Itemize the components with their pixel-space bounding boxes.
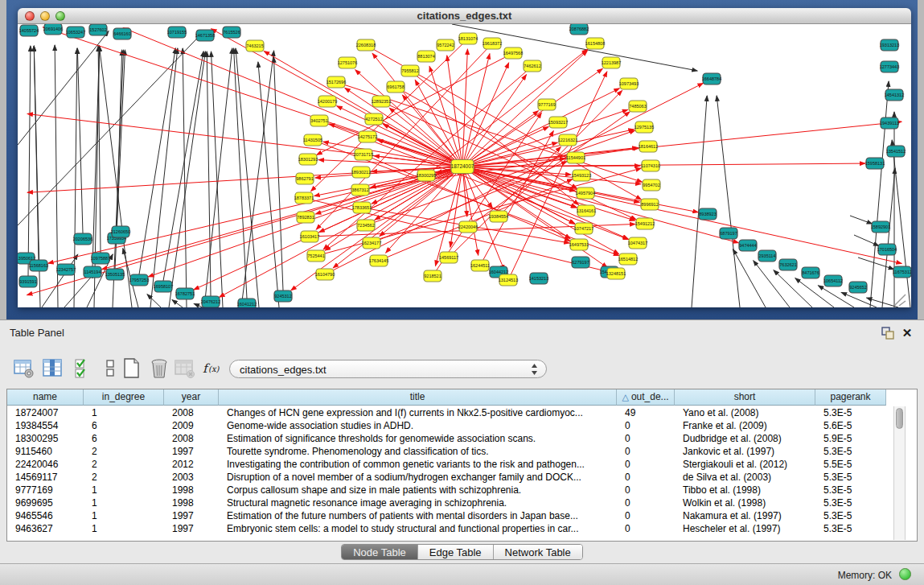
network-node[interactable]: 15892901 bbox=[871, 221, 890, 233]
network-node[interactable]: 19384554 bbox=[489, 211, 508, 222]
network-node[interactable]: 9862791 bbox=[296, 173, 314, 184]
delete-table-icon[interactable] bbox=[174, 357, 196, 380]
scrollbar-thumb[interactable] bbox=[896, 408, 903, 429]
column-header-pagerank[interactable]: pagerank bbox=[815, 389, 886, 406]
network-node[interactable]: 12892351 bbox=[372, 96, 391, 107]
network-canvas[interactable]: 1405572420691406106532471527602646616010… bbox=[18, 24, 911, 307]
network-node[interactable]: 15093217 bbox=[548, 117, 568, 128]
network-node[interactable]: 16103417 bbox=[300, 231, 319, 242]
network-node[interactable]: 18930212 bbox=[351, 167, 371, 178]
network-node[interactable]: 16104790 bbox=[315, 269, 335, 280]
network-node[interactable]: 17016504 bbox=[877, 244, 897, 255]
table-settings-icon[interactable] bbox=[13, 357, 35, 380]
network-node[interactable]: 7234562 bbox=[357, 220, 375, 231]
network-node[interactable]: 6961758 bbox=[387, 81, 405, 93]
network-node[interactable]: 7892831 bbox=[297, 212, 314, 223]
tab-node-table[interactable]: Node Table bbox=[342, 545, 418, 559]
network-node[interactable]: 13124513 bbox=[499, 274, 518, 286]
table-row[interactable]: 946362711997Embryonic stem cells: a mode… bbox=[7, 522, 886, 535]
network-node[interactable]: 22420046 bbox=[458, 221, 478, 233]
network-node[interactable]: 7462612 bbox=[524, 60, 541, 72]
function-builder-icon[interactable]: f(x) bbox=[201, 357, 224, 380]
network-node[interactable]: 16648784 bbox=[702, 73, 721, 84]
network-node[interactable]: 3867312 bbox=[351, 184, 369, 196]
table-row[interactable]: 1830029562008Estimation of significance … bbox=[7, 432, 886, 445]
table-row[interactable]: 911546021997Tourette syndrome. Phenomeno… bbox=[7, 445, 886, 458]
network-node[interactable]: 16782751 bbox=[175, 288, 195, 299]
network-node[interactable]: 19618372 bbox=[483, 38, 502, 49]
network-node[interactable]: 12216321 bbox=[558, 134, 577, 146]
network-node[interactable]: 2935114 bbox=[758, 250, 776, 262]
network-node[interactable]: 13505135 bbox=[105, 269, 125, 280]
network-node[interactable]: 7485063 bbox=[629, 101, 647, 112]
row-height-icon[interactable] bbox=[100, 357, 122, 380]
network-node[interactable]: 6466160 bbox=[113, 28, 131, 39]
network-node[interactable]: 3402751 bbox=[310, 115, 328, 126]
network-node[interactable]: 9245652 bbox=[849, 282, 867, 293]
network-node[interactable]: 7615526 bbox=[223, 27, 240, 38]
network-node[interactable]: 9572242 bbox=[437, 39, 454, 51]
network-node[interactable]: 14957904 bbox=[576, 187, 595, 199]
network-window-titlebar[interactable]: citations_edges.txt bbox=[18, 8, 911, 24]
network-node[interactable]: 14153213 bbox=[529, 273, 548, 284]
network-node[interactable]: 9218521 bbox=[424, 270, 441, 282]
network-node[interactable]: 20691406 bbox=[43, 24, 63, 35]
table-row[interactable]: 977716911998Corpus callosum shape and si… bbox=[7, 484, 886, 496]
network-node[interactable]: 20476212 bbox=[201, 296, 220, 307]
network-node[interactable]: 20876882 bbox=[569, 24, 589, 35]
network-node[interactable]: 1527602 bbox=[89, 24, 107, 35]
float-panel-icon[interactable] bbox=[881, 326, 895, 340]
network-node[interactable]: 11431505 bbox=[303, 134, 322, 146]
network-node[interactable]: 21260650 bbox=[111, 226, 130, 237]
network-node[interactable]: 12773443 bbox=[880, 61, 899, 72]
network-node[interactable]: 13248151 bbox=[606, 268, 626, 279]
table-row[interactable]: 1872400712008Changes of HCN gene express… bbox=[7, 406, 886, 419]
network-node[interactable]: 13541512 bbox=[886, 146, 906, 157]
network-node[interactable]: 14055724 bbox=[19, 25, 39, 36]
network-node[interactable]: 11675312 bbox=[893, 266, 911, 278]
table-row[interactable]: 2242004622012Investigating the contribut… bbox=[7, 458, 886, 471]
network-node[interactable]: 9474444 bbox=[739, 240, 757, 251]
new-table-icon[interactable] bbox=[121, 357, 143, 380]
network-node[interactable]: 14569117 bbox=[439, 252, 458, 263]
close-panel-icon[interactable]: ✕ bbox=[900, 326, 914, 340]
network-node[interactable]: 10975887 bbox=[91, 253, 110, 264]
network-node[interactable]: 16497531 bbox=[569, 239, 589, 250]
network-node[interactable]: 15172696 bbox=[326, 76, 346, 88]
table-selector-dropdown[interactable]: citations_edges.txt bbox=[229, 360, 547, 378]
network-node[interactable]: 12213987 bbox=[602, 57, 621, 68]
network-node[interactable]: 14275172 bbox=[358, 131, 377, 142]
network-node[interactable]: 10653247 bbox=[66, 27, 85, 38]
column-header-short[interactable]: short bbox=[675, 389, 815, 406]
network-node[interactable]: 19439113 bbox=[880, 117, 899, 129]
network-node[interactable]: 12342757 bbox=[56, 264, 76, 275]
network-node[interactable]: 1145194 bbox=[84, 266, 101, 278]
network-node[interactable]: 4272512 bbox=[365, 113, 383, 125]
network-node[interactable]: 20206536 bbox=[73, 233, 92, 245]
network-node[interactable]: 17957253 bbox=[129, 274, 149, 286]
network-node[interactable]: 10654112 bbox=[823, 275, 843, 286]
table-row[interactable]: 1938455462009Genome-wide association stu… bbox=[7, 419, 886, 432]
network-node[interactable]: 9954702 bbox=[643, 179, 660, 191]
network-node[interactable]: 17833651 bbox=[352, 202, 372, 213]
network-node[interactable]: 16497568 bbox=[503, 47, 523, 59]
network-node[interactable]: 15958131 bbox=[865, 158, 885, 169]
column-header-title[interactable]: title bbox=[219, 389, 617, 406]
network-node[interactable]: 8938923 bbox=[699, 208, 717, 220]
network-node[interactable]: 12751076 bbox=[338, 57, 357, 68]
network-node[interactable]: 18724007 bbox=[451, 160, 474, 174]
network-node[interactable]: 6879197 bbox=[720, 228, 737, 239]
network-node[interactable]: 14671358 bbox=[195, 30, 215, 41]
column-header-name[interactable]: name bbox=[7, 389, 84, 406]
network-node[interactable]: 12975135 bbox=[634, 122, 654, 133]
column-header-in_degree[interactable]: in_degree bbox=[84, 389, 164, 406]
network-node[interactable]: 14200179 bbox=[318, 96, 337, 107]
network-node[interactable]: 18131074 bbox=[458, 33, 478, 44]
network-node[interactable]: 14541312 bbox=[885, 89, 904, 101]
column-header-out_degree[interactable]: △out_de... bbox=[617, 389, 675, 406]
network-node[interactable]: 16244511 bbox=[470, 260, 490, 271]
network-node[interactable]: 8813074 bbox=[417, 51, 435, 62]
network-node[interactable]: 8471676 bbox=[802, 267, 819, 278]
tab-edge-table[interactable]: Edge Table bbox=[418, 545, 494, 559]
select-column-icon[interactable] bbox=[42, 357, 64, 380]
